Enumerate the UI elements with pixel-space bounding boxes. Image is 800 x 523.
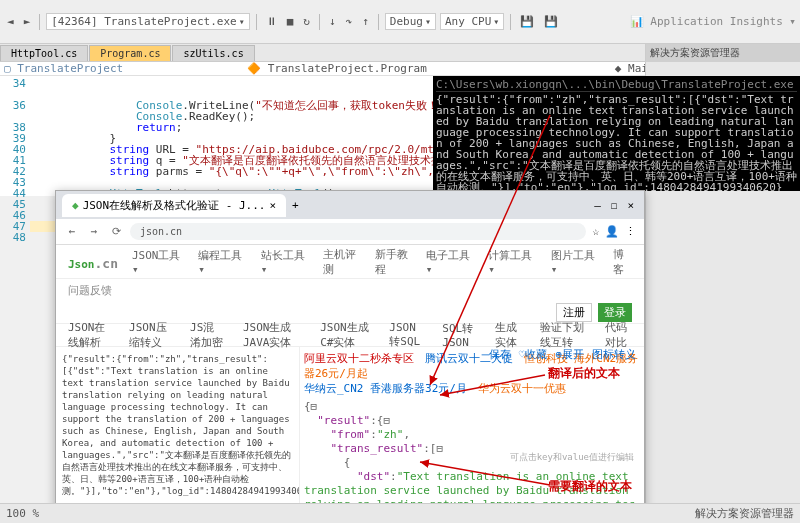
- app-insights[interactable]: 📊 Application Insights ▾: [630, 15, 796, 28]
- browser-tab[interactable]: ◆ JSON在线解析及格式化验证 - J... ×: [62, 194, 286, 217]
- solution-explorer-header: 解决方案资源管理器: [646, 44, 800, 62]
- nav-fwd-icon[interactable]: ►: [21, 14, 34, 29]
- browser-window: ◆ JSON在线解析及格式化验证 - J... × + — ☐ × ← → ⟳ …: [55, 190, 645, 523]
- ad-link[interactable]: 华纳云_CN2 香港服务器32元/月: [304, 382, 467, 395]
- annotation-source: 需要翻译的文本: [548, 478, 632, 495]
- reload-icon[interactable]: ⟳: [108, 224, 124, 240]
- pause-icon[interactable]: ⏸: [263, 14, 280, 29]
- new-tab-icon[interactable]: +: [292, 199, 299, 212]
- vs-statusbar: 100 % 解决方案资源管理器: [0, 503, 800, 523]
- menu-icon[interactable]: ⋮: [625, 225, 636, 238]
- ad-link[interactable]: 华为云双十一优惠: [478, 382, 566, 395]
- save-btn[interactable]: 保存: [487, 347, 513, 362]
- nav-json[interactable]: JSON工具 ▾: [132, 248, 184, 276]
- maximize-icon[interactable]: ☐: [611, 199, 618, 212]
- annotation-translated: 翻译后的文本: [548, 365, 620, 382]
- forward-icon[interactable]: →: [86, 224, 102, 240]
- site-logo[interactable]: Json.cn: [68, 251, 118, 272]
- site-subheader: 问题反馈: [56, 279, 644, 301]
- console-text: {"result":{"from":"zh","trans_result":[{…: [436, 94, 797, 191]
- star-icon[interactable]: ☆: [592, 225, 599, 238]
- site-header: Json.cn JSON工具 ▾ 编程工具 ▾ 站长工具 ▾ 主机评测 新手教程…: [56, 245, 644, 279]
- account-icon[interactable]: 👤: [605, 225, 619, 238]
- line-gutter: 34363839404142434445464748: [0, 76, 30, 196]
- nav-img[interactable]: 图片工具 ▾: [551, 248, 600, 276]
- stop-icon[interactable]: ■: [284, 14, 297, 29]
- project-node[interactable]: ▢ TranslateProject: [4, 62, 127, 75]
- expand-btn[interactable]: ⊕展开: [553, 347, 586, 362]
- ad-link[interactable]: 阿里云双十二秒杀专区: [304, 352, 414, 365]
- feedback-link[interactable]: 问题反馈: [68, 283, 112, 298]
- edit-hint: 可点击key和value值进行编辑: [510, 450, 634, 464]
- escape-btn[interactable]: 图标转义: [590, 347, 638, 362]
- solution-explorer-tab[interactable]: 解决方案资源管理器: [695, 506, 794, 521]
- browser-addressbar: ← → ⟳ json.cn ☆ 👤 ⋮: [56, 219, 644, 245]
- close-tab-icon[interactable]: ×: [269, 199, 276, 212]
- step-over-icon[interactable]: ↷: [343, 14, 356, 29]
- nav-calc[interactable]: 计算工具 ▾: [488, 248, 537, 276]
- tool-tabs: JSON在线解析 JSON压缩转义 JS混淆加密 JSON生成JAVA实体 JS…: [56, 323, 644, 347]
- debug-config[interactable]: Debug ▾: [385, 13, 436, 30]
- nav-blog[interactable]: 博客: [613, 247, 632, 277]
- console-title: C:\Users\wb.xiongqn\...\bin\Debug\Transl…: [436, 79, 797, 92]
- nav-tutorial[interactable]: 新手教程: [375, 247, 412, 277]
- console-output: C:\Users\wb.xiongqn\...\bin\Debug\Transl…: [433, 76, 800, 191]
- tab-httpTool[interactable]: HttpTool.cs: [0, 45, 88, 61]
- nav-webmaster[interactable]: 站长工具 ▾: [261, 248, 310, 276]
- back-icon[interactable]: ←: [64, 224, 80, 240]
- nav-back-icon[interactable]: ◄: [4, 14, 17, 29]
- nav-elec[interactable]: 电子工具 ▾: [426, 248, 475, 276]
- json-toolbar: 保存 ♡收藏 ⊕展开 图标转义: [487, 347, 638, 362]
- breadcrumb-ns[interactable]: 🔶 TranslateProject.Program: [247, 62, 431, 75]
- restart-icon[interactable]: ↻: [300, 14, 313, 29]
- anycpu-config[interactable]: Any CPU ▾: [440, 13, 504, 30]
- vs-toolbar: ◄ ► [42364] TranslateProject.exe ▾ ⏸ ■ ↻…: [0, 0, 800, 44]
- process-dropdown[interactable]: [42364] TranslateProject.exe ▾: [46, 13, 249, 30]
- step-out-icon[interactable]: ↑: [359, 14, 372, 29]
- json-input[interactable]: {"result":{"from":"zh","trans_result":[{…: [56, 347, 299, 517]
- tab-program[interactable]: Program.cs: [89, 45, 171, 61]
- step-into-icon[interactable]: ↓: [326, 14, 339, 29]
- favicon-icon: ◆: [72, 199, 79, 212]
- tab-szutils[interactable]: szUtils.cs: [172, 45, 254, 61]
- close-icon[interactable]: ×: [627, 199, 634, 212]
- address-input[interactable]: json.cn: [130, 223, 586, 240]
- nav-host[interactable]: 主机评测: [323, 247, 360, 277]
- minimize-icon[interactable]: —: [594, 199, 601, 212]
- nav-code[interactable]: 编程工具 ▾: [198, 248, 247, 276]
- fav-btn[interactable]: ♡收藏: [517, 347, 550, 362]
- browser-tabbar: ◆ JSON在线解析及格式化验证 - J... × + — ☐ ×: [56, 191, 644, 219]
- saveall-icon[interactable]: 💾: [541, 14, 561, 29]
- save-icon[interactable]: 💾: [517, 14, 537, 29]
